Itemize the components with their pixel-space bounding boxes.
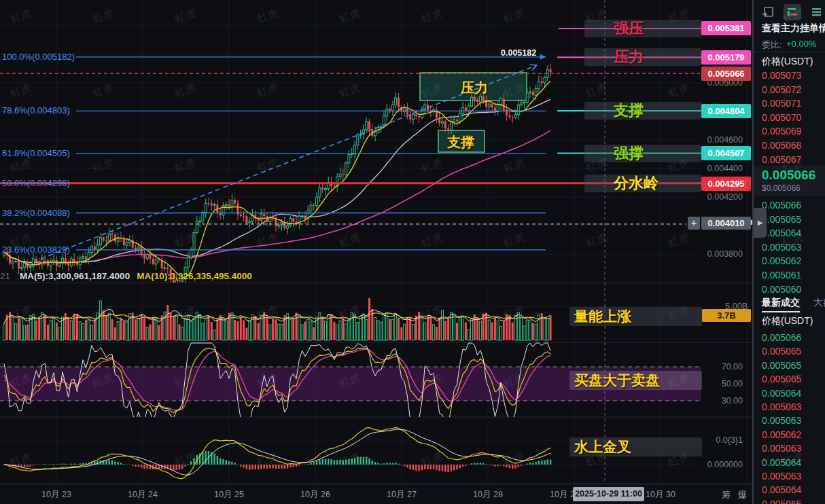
recent-trades-tab[interactable]: 最新成交 [762, 297, 800, 312]
time-axis[interactable]: 10月 2310月 2410月 2510月 2610月 2710月 2810月 … [0, 484, 752, 504]
macd-series [3, 427, 552, 478]
time-axis-label: 10月 26 [300, 489, 330, 501]
ma-fragment: 21 [0, 271, 10, 281]
trade-row[interactable]: 0.005065 [762, 372, 823, 386]
price-axis-label: 0.005600 [661, 0, 743, 2]
time-axis-label: 10月 27 [387, 489, 417, 501]
dock-left-icon[interactable] [759, 4, 777, 20]
trading-app: 100.0%(0.005182)78.6%(0.004803)61.8%(0.0… [0, 0, 825, 504]
grid [0, 0, 752, 484]
ask-row[interactable]: 0.005073 [762, 69, 823, 82]
ask-row[interactable]: 0.005069 [762, 124, 823, 138]
trade-row[interactable]: 0.005063 [762, 414, 823, 427]
level-label-0: 强压 [614, 20, 644, 37]
chart-region[interactable]: 100.0%(0.005182)78.6%(0.004803)61.8%(0.0… [0, 0, 752, 504]
kdj-axis-label: 70.00 [661, 362, 743, 372]
time-axis-label: 10月 24 [128, 489, 158, 501]
level-price-tag: 0.004804 [701, 104, 751, 118]
level-label-3: 强撑 [614, 145, 644, 162]
level-price-tag: 0.004295 [701, 177, 751, 191]
trade-row[interactable]: 0.005064 [762, 386, 823, 400]
kdj-axis-label: 50.00 [661, 379, 743, 389]
panel-title: 查看主力挂单情 [762, 22, 825, 35]
order-book-panel: 查看主力挂单情 委比: +0.00% 价格(USDT) 0.0050730.00… [752, 0, 825, 504]
panel-collapse-handle[interactable]: ▶ [754, 208, 767, 238]
macd-axis-label: 0.000000 [661, 460, 743, 469]
footer-tool-0[interactable]: 筹 [722, 489, 731, 501]
bid-row[interactable]: 0.005063 [762, 240, 823, 254]
price-axis-label: 0.004200 [661, 192, 743, 202]
time-axis-label: 10月 30 [646, 489, 675, 501]
fib-label-3: 50.0%(0.004296) [2, 178, 70, 189]
level-price-tag: 0.005381 [701, 21, 751, 35]
trade-row[interactable]: 0.005064 [762, 483, 823, 497]
ask-row[interactable]: 0.005068 [762, 139, 823, 152]
price-axis-label: 0.004400 [661, 164, 743, 173]
macd-axis-label: 0.0{3}1 [661, 435, 743, 445]
volume-value-tag: 3.7B [702, 309, 751, 322]
ask-row[interactable]: 0.005070 [762, 111, 823, 124]
ask-row[interactable]: 0.005072 [762, 83, 823, 96]
trade-row[interactable]: 0.005065 [762, 359, 823, 372]
price-axis-label: 0.003800 [661, 249, 743, 259]
level-label-1: 压力 [614, 48, 644, 66]
bid-row[interactable]: 0.005065 [762, 213, 823, 226]
fib-label-4: 38.2%(0.004088) [2, 208, 70, 219]
ma5-value: MA(5):3,300,961,187.4000 [20, 271, 130, 281]
ratio-value: +0.00% [786, 39, 816, 49]
fib-label-1: 78.6%(0.004803) [2, 105, 70, 116]
ma10-value: MA(10):3,326,335,495.4000 [137, 271, 252, 281]
volume-label: 量能上涨 [574, 307, 631, 326]
chart-canvas[interactable] [0, 0, 752, 504]
trade-row[interactable]: 0.005063 [762, 442, 823, 455]
add-alert-button[interactable]: + [688, 217, 700, 230]
bid-row[interactable]: 0.005064 [762, 226, 823, 240]
time-axis-label: 10月 25 [214, 489, 244, 501]
trade-row[interactable]: 0.005065 [762, 497, 823, 504]
kdj-axis-label: 30.00 [661, 396, 743, 406]
level-label-2: 支撑 [614, 102, 644, 120]
last-price: 0.005066 [762, 168, 815, 183]
fib-label-5: 23.6%(0.003829) [2, 245, 70, 255]
divider [754, 52, 825, 52]
bid-row[interactable]: 0.005060 [762, 283, 823, 296]
macd-label: 水上金叉 [574, 437, 631, 456]
current-price-tag: 0.005066 [701, 67, 751, 81]
trade-row[interactable]: 0.005062 [762, 428, 823, 442]
bid-row[interactable]: 0.005062 [762, 254, 823, 268]
box-label-0: 压力 [461, 79, 488, 97]
fib-label-0: 100.0%(0.005182) [2, 52, 75, 62]
list-icon[interactable] [808, 4, 825, 20]
ratio-label: 委比: [762, 39, 782, 51]
fib-label-2: 61.8%(0.004505) [2, 148, 70, 159]
ma-indicator-row: 21MA(5):3,300,961,187.4000MA(10):3,326,3… [0, 271, 252, 282]
trade-row[interactable]: 0.005064 [762, 456, 823, 469]
price-axis-label: 0.004600 [661, 135, 743, 145]
time-axis-label: 10月 23 [41, 489, 71, 501]
footer-tool-1[interactable]: 爆 [738, 489, 747, 501]
level-price-tag: 0.005179 [701, 50, 751, 65]
bid-row[interactable]: 0.005061 [762, 268, 823, 282]
time-axis-label: 10月 28 [473, 489, 503, 501]
box-label-1: 支撑 [447, 133, 474, 151]
time-crosshair-tag: 2025-10-29 11:00 [573, 487, 644, 501]
target-price-label: 0.005182 [501, 48, 536, 58]
last-price-usd: $0.005066 [762, 183, 801, 193]
level-price-tag: 0.004507 [701, 146, 751, 160]
orderbook-icon[interactable] [784, 4, 801, 20]
trade-row[interactable]: 0.005063 [762, 400, 823, 414]
volume-series [3, 298, 552, 340]
bid-row[interactable]: 0.005066 [762, 198, 823, 212]
trades-price-header: 价格(USDT) [762, 315, 813, 327]
large-orders-tab[interactable]: 大额 [813, 297, 825, 309]
watch-price-tag[interactable]: 0.004010 [701, 217, 751, 230]
ask-row[interactable]: 0.005067 [762, 153, 823, 166]
ask-row[interactable]: 0.005071 [762, 96, 823, 110]
trade-row[interactable]: 0.005063 [762, 469, 823, 483]
level-label-4: 分水岭 [614, 175, 659, 192]
trade-row[interactable]: 0.005065 [762, 344, 823, 358]
kdj-label: 买盘大于卖盘 [574, 371, 660, 390]
price-header: 价格(USDT) [762, 56, 813, 68]
trade-row[interactable]: 0.005066 [762, 331, 823, 344]
